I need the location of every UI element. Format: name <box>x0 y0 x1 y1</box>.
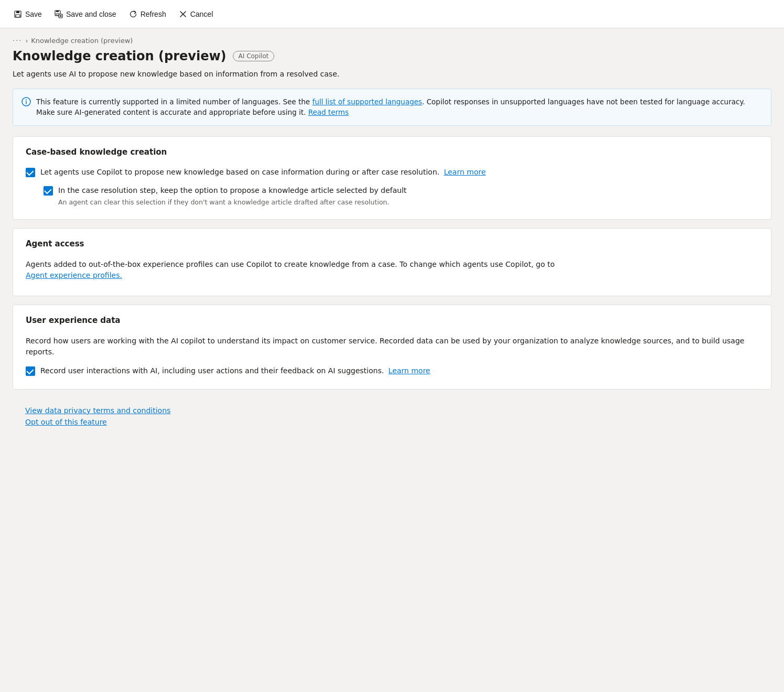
main-content: Knowledge creation (preview) AI Copilot … <box>0 49 784 451</box>
user-experience-description: Record how users are working with the AI… <box>26 336 758 358</box>
case-knowledge-checkbox-row-2: In the case resolution step, keep the op… <box>44 186 758 207</box>
cancel-button[interactable]: Cancel <box>174 7 219 21</box>
user-experience-checkbox-row: Record user interactions with AI, includ… <box>26 366 758 376</box>
agent-access-text: Agents added to out-of-the-box experienc… <box>26 259 758 281</box>
case-knowledge-card: Case-based knowledge creation Let agents… <box>13 136 771 220</box>
case-knowledge-checkbox-1-label: Let agents use Copilot to propose new kn… <box>40 168 486 176</box>
save-close-icon <box>55 10 63 18</box>
svg-rect-1 <box>16 11 19 13</box>
case-knowledge-checkbox-row-1: Let agents use Copilot to propose new kn… <box>26 167 758 178</box>
info-banner: This feature is currently supported in a… <box>13 89 771 126</box>
svg-rect-2 <box>16 15 20 17</box>
toolbar: Save Save and close Refresh <box>0 0 784 28</box>
save-and-close-label: Save and close <box>66 10 116 18</box>
info-banner-text: This feature is currently supported in a… <box>36 96 762 118</box>
page-title-row: Knowledge creation (preview) AI Copilot <box>13 49 771 63</box>
case-knowledge-learn-more-link[interactable]: Learn more <box>444 168 486 176</box>
case-knowledge-checkbox-2[interactable] <box>44 186 53 196</box>
user-experience-card: User experience data Record how users ar… <box>13 305 771 390</box>
user-experience-learn-more-link[interactable]: Learn more <box>389 366 431 375</box>
cancel-icon <box>179 10 187 18</box>
page-title: Knowledge creation (preview) <box>13 49 227 63</box>
agent-experience-profiles-link[interactable]: Agent experience profiles. <box>26 271 122 279</box>
breadcrumb: ··· › Knowledge creation (preview) <box>0 28 784 49</box>
supported-languages-link[interactable]: full list of supported languages <box>312 98 422 106</box>
case-knowledge-checkbox-2-label: In the case resolution step, keep the op… <box>58 186 406 196</box>
user-experience-checkbox-label: Record user interactions with AI, includ… <box>40 366 430 375</box>
breadcrumb-dots[interactable]: ··· <box>13 37 22 45</box>
case-knowledge-checkbox-1-content: Let agents use Copilot to propose new kn… <box>40 167 486 178</box>
agent-access-card-title: Agent access <box>26 239 758 248</box>
svg-point-13 <box>26 100 27 101</box>
case-knowledge-checkbox-2-sublabel: An agent can clear this selection if the… <box>58 198 406 207</box>
footer-links: View data privacy terms and conditions O… <box>13 398 771 435</box>
save-and-close-button[interactable]: Save and close <box>49 7 122 21</box>
refresh-icon <box>129 10 137 18</box>
case-knowledge-card-title: Case-based knowledge creation <box>26 147 758 157</box>
breadcrumb-separator: › <box>25 37 28 45</box>
user-experience-checkbox[interactable] <box>26 366 35 376</box>
agent-access-card: Agent access Agents added to out-of-the-… <box>13 228 771 296</box>
refresh-button[interactable]: Refresh <box>124 7 171 21</box>
ai-copilot-badge: AI Copilot <box>233 51 275 61</box>
svg-rect-4 <box>56 10 59 12</box>
user-experience-checkbox-content: Record user interactions with AI, includ… <box>40 366 430 376</box>
case-knowledge-checkbox-1[interactable] <box>26 168 35 177</box>
info-icon <box>22 97 31 110</box>
page-description: Let agents use AI to propose new knowled… <box>13 70 771 78</box>
breadcrumb-current: Knowledge creation (preview) <box>31 37 133 45</box>
save-label: Save <box>25 10 42 18</box>
opt-out-link[interactable]: Opt out of this feature <box>25 418 759 426</box>
privacy-terms-link[interactable]: View data privacy terms and conditions <box>25 406 759 415</box>
cancel-label: Cancel <box>190 10 213 18</box>
read-terms-link[interactable]: Read terms <box>308 108 349 116</box>
user-experience-card-title: User experience data <box>26 316 758 325</box>
info-text-prefix: This feature is currently supported in a… <box>36 98 312 106</box>
case-knowledge-checkbox-2-content: In the case resolution step, keep the op… <box>58 186 406 207</box>
save-icon <box>14 10 22 18</box>
save-button[interactable]: Save <box>8 7 47 21</box>
refresh-label: Refresh <box>141 10 166 18</box>
